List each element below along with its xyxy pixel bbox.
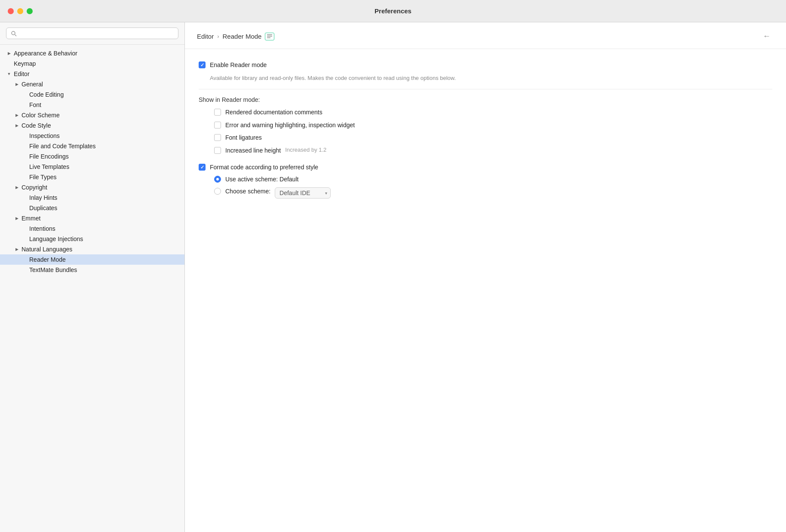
format-code-label: Format code according to preferred style <box>210 163 318 172</box>
sidebar-item-general[interactable]: General <box>0 79 184 89</box>
sidebar: Appearance & Behavior Keymap Editor Gene… <box>0 22 185 532</box>
sidebar-item-editor[interactable]: Editor <box>0 69 184 79</box>
breadcrumb-current: Reader Mode <box>223 33 262 40</box>
search-input[interactable] <box>19 30 174 37</box>
sidebar-item-file-code-templates[interactable]: File and Code Templates <box>0 141 184 151</box>
main-content: Appearance & Behavior Keymap Editor Gene… <box>0 22 786 532</box>
minimize-button[interactable] <box>17 8 23 14</box>
enable-reader-mode-label: Enable Reader mode <box>210 61 267 70</box>
close-button[interactable] <box>8 8 14 14</box>
sidebar-item-keymap[interactable]: Keymap <box>0 58 184 69</box>
increased-line-height-label: Increased line height <box>225 147 281 155</box>
increased-line-height-checkbox[interactable] <box>214 147 221 154</box>
increased-line-height-row: Increased line height Increased by 1.2 <box>214 147 772 155</box>
breadcrumb-parent: Editor <box>197 33 214 40</box>
sidebar-item-reader-mode[interactable]: Reader Mode <box>0 254 184 265</box>
scheme-dropdown-container: Default IDE Project Custom ▾ <box>275 187 331 199</box>
sidebar-item-file-encodings[interactable]: File Encodings <box>0 151 184 162</box>
chevron-right-icon <box>14 112 20 118</box>
search-icon <box>11 31 17 37</box>
font-ligatures-checkbox[interactable] <box>214 134 221 141</box>
title-bar: Preferences <box>0 0 786 22</box>
sidebar-item-inspections[interactable]: Inspections <box>0 131 184 141</box>
font-ligatures-row: Font ligatures <box>214 134 772 142</box>
error-warning-label: Error and warning highlighting, inspecti… <box>225 121 355 130</box>
window-controls <box>8 8 33 14</box>
error-warning-checkbox[interactable] <box>214 122 221 128</box>
reader-mode-breadcrumb-icon <box>265 33 274 40</box>
sidebar-item-emmet[interactable]: Emmet <box>0 213 184 223</box>
sidebar-tree: Appearance & Behavior Keymap Editor Gene… <box>0 45 184 532</box>
enable-reader-mode-row: Enable Reader mode <box>199 61 772 70</box>
rendered-docs-checkbox[interactable] <box>214 109 221 116</box>
chevron-right-icon <box>14 81 20 87</box>
content-area: Editor › Reader Mode ← Enable Reader mod… <box>185 22 786 532</box>
sidebar-item-natural-languages[interactable]: Natural Languages <box>0 244 184 254</box>
chevron-right-icon <box>14 215 20 221</box>
svg-line-1 <box>15 34 17 36</box>
rendered-docs-label: Rendered documentation comments <box>225 108 322 117</box>
sidebar-item-duplicates[interactable]: Duplicates <box>0 203 184 213</box>
svg-point-0 <box>12 31 15 35</box>
sidebar-item-code-style[interactable]: Code Style <box>0 120 184 131</box>
sidebar-item-language-injections[interactable]: Language Injections <box>0 234 184 244</box>
sidebar-item-intentions[interactable]: Intentions <box>0 223 184 234</box>
search-wrapper[interactable] <box>6 28 178 39</box>
maximize-button[interactable] <box>27 8 33 14</box>
back-button[interactable]: ← <box>759 30 774 43</box>
sidebar-item-color-scheme[interactable]: Color Scheme <box>0 110 184 120</box>
svg-rect-3 <box>267 36 272 37</box>
divider <box>199 89 772 89</box>
active-scheme-label: Use active scheme: Default <box>225 175 298 184</box>
sidebar-item-appearance[interactable]: Appearance & Behavior <box>0 48 184 58</box>
svg-rect-4 <box>267 37 270 38</box>
enable-reader-mode-checkbox[interactable] <box>199 61 206 68</box>
content-body: Enable Reader mode Available for library… <box>185 49 786 215</box>
svg-rect-2 <box>267 34 272 35</box>
increased-line-height-hint: Increased by 1.2 <box>285 147 326 153</box>
sidebar-item-inlay-hints[interactable]: Inlay Hints <box>0 193 184 203</box>
active-scheme-radio[interactable] <box>214 176 221 183</box>
sidebar-item-textmate-bundles[interactable]: TextMate Bundles <box>0 265 184 275</box>
sidebar-item-live-templates[interactable]: Live Templates <box>0 162 184 172</box>
choose-scheme-radio[interactable] <box>214 188 221 195</box>
window-title: Preferences <box>375 7 411 15</box>
sidebar-item-code-editing[interactable]: Code Editing <box>0 89 184 100</box>
content-header: Editor › Reader Mode ← <box>185 22 786 49</box>
chevron-right-icon <box>14 184 20 190</box>
format-code-checkbox[interactable] <box>199 164 206 171</box>
scheme-dropdown[interactable]: Default IDE Project Custom <box>275 187 331 199</box>
breadcrumb-separator: › <box>217 33 219 40</box>
enable-reader-mode-description: Available for library and read-only file… <box>210 74 772 83</box>
sidebar-item-copyright[interactable]: Copyright <box>0 182 184 193</box>
chevron-down-icon <box>6 71 12 77</box>
error-warning-row: Error and warning highlighting, inspecti… <box>214 121 772 130</box>
active-scheme-row: Use active scheme: Default <box>214 175 772 184</box>
rendered-docs-row: Rendered documentation comments <box>214 108 772 117</box>
chevron-right-icon <box>14 122 20 128</box>
search-bar <box>0 22 184 45</box>
format-code-row: Format code according to preferred style <box>199 163 772 172</box>
chevron-right-icon <box>14 246 20 252</box>
choose-scheme-row: Choose scheme: Default IDE Project Custo… <box>214 187 772 199</box>
sidebar-item-font[interactable]: Font <box>0 100 184 110</box>
show-in-reader-mode-label: Show in Reader mode: <box>199 96 772 103</box>
breadcrumb: Editor › Reader Mode <box>197 33 274 40</box>
sidebar-item-file-types[interactable]: File Types <box>0 172 184 182</box>
chevron-right-icon <box>6 50 12 56</box>
font-ligatures-label: Font ligatures <box>225 134 262 142</box>
choose-scheme-label: Choose scheme: <box>225 187 270 196</box>
